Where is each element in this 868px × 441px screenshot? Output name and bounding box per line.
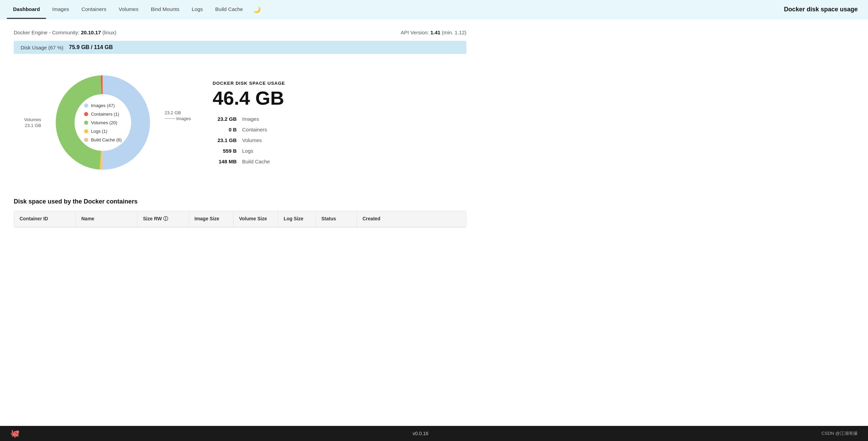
disk-usage-bar: Disk Usage (67 %) 75.9 GB / 114 GB: [14, 41, 466, 54]
engine-platform: (linux): [102, 30, 116, 35]
col-log-size: Log Size: [278, 211, 316, 227]
stat-images-name: Images: [242, 116, 259, 122]
col-size-rw: Size RW ⓘ: [138, 211, 189, 227]
stats-total: 46.4 GB: [213, 89, 466, 108]
chart-section: Volumes 23.1 GB: [14, 68, 466, 177]
col-volume-size: Volume Size: [234, 211, 278, 227]
nav-tabs: Dashboard Images Containers Volumes Bind…: [7, 0, 261, 19]
volumes-label: Volumes: [24, 117, 41, 122]
engine-info-row: Docker Engine - Community: 20.10.17 (lin…: [14, 30, 466, 35]
stat-logs: 559 B Logs: [213, 148, 466, 154]
tab-dashboard[interactable]: Dashboard: [7, 0, 46, 19]
col-status: Status: [316, 211, 357, 227]
page-title: Docker disk space usage: [784, 6, 858, 13]
images-label: Images: [165, 116, 192, 121]
disk-usage-label: Disk Usage (67 %): [21, 45, 63, 50]
table-header: Container ID Name Size RW ⓘ Image Size V…: [14, 211, 466, 227]
tab-images[interactable]: Images: [46, 0, 75, 19]
tab-volumes[interactable]: Volumes: [112, 0, 145, 19]
engine-version: 20.10.17: [81, 30, 101, 35]
svg-point-5: [75, 94, 131, 151]
stat-logs-value: 559 B: [213, 148, 237, 154]
api-label: API Version:: [401, 30, 429, 35]
stat-logs-name: Logs: [242, 148, 253, 154]
tab-containers[interactable]: Containers: [75, 0, 113, 19]
stat-build-cache-name: Build Cache: [242, 159, 270, 164]
stat-build-cache: 148 MB Build Cache: [213, 159, 466, 164]
dark-mode-icon[interactable]: 🌙: [253, 6, 261, 13]
col-container-id: Container ID: [14, 211, 76, 227]
col-image-size: Image Size: [189, 211, 234, 227]
tab-logs[interactable]: Logs: [186, 0, 209, 19]
stat-containers: 0 B Containers: [213, 127, 466, 132]
disk-usage-value: 75.9 GB / 114 GB: [69, 44, 113, 50]
volumes-gb-label: 23.1 GB: [25, 123, 41, 128]
stat-build-cache-value: 148 MB: [213, 159, 237, 164]
stat-containers-name: Containers: [242, 127, 267, 132]
stat-containers-value: 0 B: [213, 127, 237, 132]
api-version: 1.41: [430, 30, 440, 35]
containers-section: Disk space used by the Docker containers…: [14, 198, 466, 228]
main-content: Docker Engine - Community: 20.10.17 (lin…: [0, 19, 480, 238]
containers-table: Container ID Name Size RW ⓘ Image Size V…: [14, 211, 466, 228]
stats-panel: DOCKER DISK SPACE USAGE 46.4 GB 23.2 GB …: [213, 81, 466, 164]
api-info: API Version: 1.41 (min. 1.12): [401, 30, 466, 35]
engine-info: Docker Engine - Community: 20.10.17 (lin…: [14, 30, 116, 35]
stat-images: 23.2 GB Images: [213, 116, 466, 122]
stat-images-value: 23.2 GB: [213, 116, 237, 122]
tab-bind-mounts[interactable]: Bind Mounts: [145, 0, 186, 19]
top-nav: Dashboard Images Containers Volumes Bind…: [0, 0, 868, 19]
stat-volumes-name: Volumes: [242, 137, 262, 143]
tab-build-cache[interactable]: Build Cache: [209, 0, 249, 19]
donut-chart: [48, 68, 158, 177]
col-created: Created: [357, 211, 466, 227]
images-gb-label: 23.2 GB: [165, 110, 192, 115]
stat-volumes-value: 23.1 GB: [213, 137, 237, 143]
col-name: Name: [76, 211, 138, 227]
engine-label: Docker Engine - Community:: [14, 30, 80, 35]
containers-section-title: Disk space used by the Docker containers: [14, 198, 466, 205]
stat-volumes: 23.1 GB Volumes: [213, 137, 466, 143]
api-min: (min. 1.12): [442, 30, 466, 35]
stats-rows: 23.2 GB Images 0 B Containers 23.1 GB Vo…: [213, 116, 466, 164]
stats-title: DOCKER DISK SPACE USAGE: [213, 81, 466, 86]
